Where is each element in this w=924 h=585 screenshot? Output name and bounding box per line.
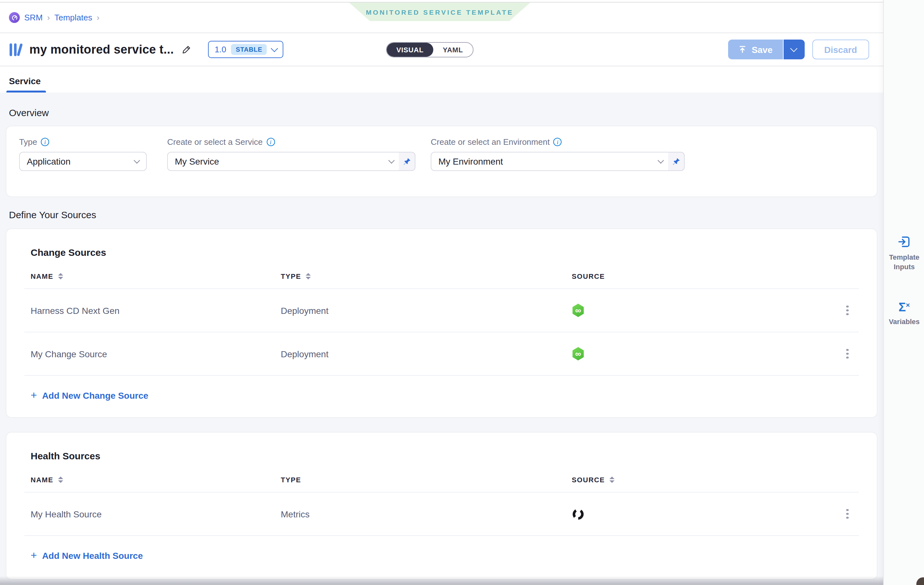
srm-module-icon[interactable] <box>9 12 20 23</box>
change-sources-header-row: NAME TYPE SOURCE <box>24 272 859 289</box>
template-title-bar: my monitored service t... 1.0 STABLE VIS… <box>0 33 883 66</box>
overview-heading: Overview <box>9 92 877 118</box>
banner-label: MONITORED SERVICE TEMPLATE <box>366 8 514 16</box>
type-label: Type <box>19 137 37 147</box>
table-row: Harness CD Next Gen Deployment ∞ <box>24 289 859 332</box>
column-header-name[interactable]: NAME <box>31 476 281 484</box>
chevron-down-icon <box>790 44 798 52</box>
table-row: My Health Source Metrics <box>24 493 859 536</box>
right-rail: Template Inputs Σ × Variables <box>883 0 924 585</box>
sort-icon <box>609 476 614 483</box>
info-icon[interactable]: i <box>41 138 49 146</box>
header-actions: Save Discard <box>728 40 869 59</box>
template-inputs-button[interactable]: Template Inputs <box>884 235 924 272</box>
save-options-caret[interactable] <box>783 40 804 59</box>
add-new-health-source-button[interactable]: + Add New Health Source <box>31 550 859 561</box>
sort-icon <box>58 476 63 483</box>
column-header-name[interactable]: NAME <box>31 272 281 280</box>
pin-service-button[interactable] <box>399 152 416 171</box>
info-icon[interactable]: i <box>266 138 275 146</box>
breadcrumb-separator: › <box>47 13 50 22</box>
pin-environment-button[interactable] <box>668 152 685 171</box>
column-header-source[interactable]: SOURCE <box>564 476 837 484</box>
row-options-kebab-icon[interactable] <box>844 303 851 318</box>
version-stable-badge: STABLE <box>231 44 267 55</box>
type-field-group: Type i Application <box>19 137 147 171</box>
version-number: 1.0 <box>215 44 226 54</box>
service-select[interactable]: My Service <box>167 152 401 171</box>
version-selector[interactable]: 1.0 STABLE <box>208 41 284 58</box>
sort-icon <box>306 273 311 279</box>
breadcrumb: SRM › Templates › <box>9 12 99 23</box>
sort-icon <box>58 273 63 279</box>
health-source-name: My Health Source <box>31 509 281 519</box>
health-sources-card: Health Sources NAME TYPE SOURCE <box>7 433 877 579</box>
chevron-down-icon <box>134 157 140 163</box>
content-area: Overview Type i Application <box>0 92 883 584</box>
upload-icon <box>738 45 747 54</box>
variables-sigma-icon: Σ × <box>898 301 910 313</box>
discard-button[interactable]: Discard <box>812 40 869 59</box>
toggle-yaml[interactable]: YAML <box>433 43 473 56</box>
template-title: my monitored service t... <box>29 43 174 56</box>
row-options-kebab-icon[interactable] <box>844 506 851 522</box>
plus-icon: + <box>31 550 37 561</box>
info-icon[interactable]: i <box>554 138 562 146</box>
change-source-type: Deployment <box>281 349 564 359</box>
breadcrumb-link-templates[interactable]: Templates <box>54 13 92 22</box>
save-split-button: Save <box>728 40 804 59</box>
change-source-type: Deployment <box>281 305 564 315</box>
appdynamics-icon <box>572 508 584 520</box>
main-column: MONITORED SERVICE TEMPLATE SRM › Templat… <box>0 0 883 585</box>
breadcrumb-separator: › <box>97 13 99 22</box>
harness-cd-icon: ∞ <box>572 304 584 317</box>
overview-card: Type i Application Create or select a Se… <box>7 126 877 196</box>
table-row: My Change Source Deployment ∞ <box>24 332 859 376</box>
environment-select[interactable]: My Environment <box>431 152 671 171</box>
change-sources-heading: Change Sources <box>31 247 859 258</box>
health-sources-header-row: NAME TYPE SOURCE <box>24 476 859 493</box>
harness-cd-icon: ∞ <box>572 347 584 361</box>
window-top-divider <box>0 2 883 3</box>
environment-field-group: Create or select an Environment i My Env… <box>431 137 685 171</box>
edit-title-pencil-icon[interactable] <box>182 44 192 54</box>
visual-yaml-toggle: VISUAL YAML <box>386 42 473 57</box>
column-header-type[interactable]: TYPE <box>281 272 564 280</box>
tab-service[interactable]: Service <box>9 76 41 92</box>
pushpin-icon <box>403 157 411 166</box>
define-sources-heading: Define Your Sources <box>9 196 877 220</box>
service-field-group: Create or select a Service i My Service <box>167 137 416 171</box>
change-source-name: My Change Source <box>31 349 281 359</box>
service-label: Create or select a Service <box>167 137 262 147</box>
chevron-down-icon <box>388 157 395 163</box>
change-sources-card: Change Sources NAME TYPE SOURCE <box>7 229 877 417</box>
template-library-icon <box>9 43 24 56</box>
scroll-shadow <box>0 576 883 585</box>
health-sources-heading: Health Sources <box>31 450 859 461</box>
app-window: MONITORED SERVICE TEMPLATE SRM › Templat… <box>0 0 924 585</box>
plus-icon: + <box>31 390 37 400</box>
monitored-service-template-banner: MONITORED SERVICE TEMPLATE <box>349 3 530 21</box>
template-inputs-icon <box>897 235 911 249</box>
change-source-name: Harness CD Next Gen <box>31 305 281 315</box>
type-select[interactable]: Application <box>19 152 147 171</box>
toggle-visual[interactable]: VISUAL <box>387 43 433 56</box>
environment-label: Create or select an Environment <box>431 137 550 147</box>
column-header-type: TYPE <box>281 476 564 484</box>
save-button[interactable]: Save <box>728 40 783 59</box>
breadcrumb-link-srm[interactable]: SRM <box>24 13 43 22</box>
tabs-row: Service <box>0 66 883 92</box>
pushpin-icon <box>672 157 680 166</box>
row-options-kebab-icon[interactable] <box>844 346 851 361</box>
variables-button[interactable]: Σ × Variables <box>884 301 924 326</box>
chevron-down-icon <box>271 44 278 52</box>
column-header-source: SOURCE <box>564 272 837 280</box>
add-new-change-source-button[interactable]: + Add New Change Source <box>31 391 859 400</box>
chevron-down-icon <box>658 157 664 163</box>
health-source-type: Metrics <box>281 509 564 519</box>
